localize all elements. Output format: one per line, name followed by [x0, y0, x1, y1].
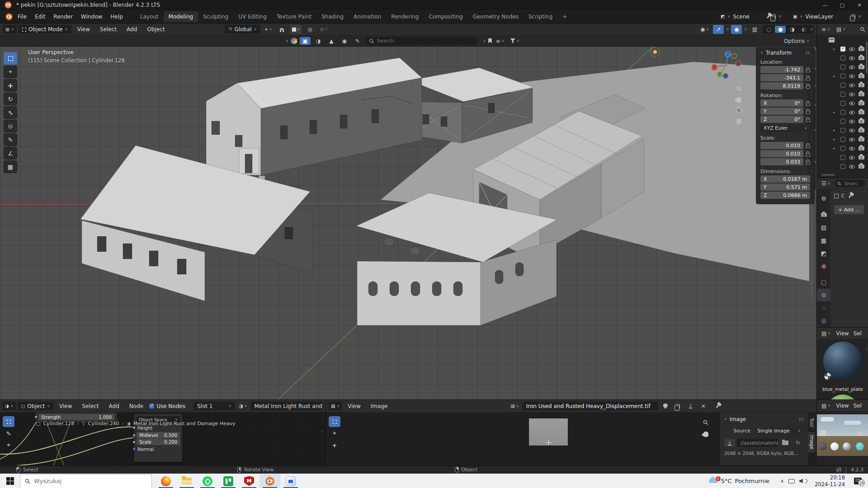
tab-rendering[interactable]: Rendering — [386, 11, 424, 22]
tab-scene[interactable]: ◩ — [817, 247, 830, 259]
menu-select[interactable]: Sel — [853, 330, 863, 337]
transform-panel-header[interactable]: ∨Transform — [760, 50, 810, 56]
scene-selector[interactable]: ◩ ∨ Scene ✕ — [717, 12, 786, 21]
reload-icon[interactable]: ↻ — [793, 439, 803, 447]
eye-icon[interactable] — [849, 46, 855, 52]
collapse-chevron-icon[interactable]: ‹ — [865, 426, 867, 431]
checkbox-icon[interactable] — [840, 155, 845, 160]
scale-z-field[interactable]: 0.033 — [760, 158, 803, 165]
outliner-row[interactable]: ▸ — [817, 71, 868, 80]
close-button[interactable]: ✕ — [851, 2, 868, 8]
kit-tree-filter-dropdown[interactable]: ≡∨ — [494, 37, 506, 46]
outliner-row[interactable] — [817, 162, 868, 171]
tab-world[interactable]: ◉ — [817, 260, 830, 272]
menu-render[interactable]: Render — [49, 14, 77, 20]
outliner-row[interactable] — [817, 53, 868, 62]
camera-icon[interactable] — [859, 47, 864, 51]
tab-texture-paint[interactable]: Texture Paint — [272, 11, 316, 22]
tab-shading[interactable]: Shading — [316, 11, 349, 22]
tab-output[interactable]: ▤ — [817, 221, 830, 234]
mode-dropdown[interactable]: Object Mode∨ — [19, 25, 71, 34]
properties-search-input[interactable] — [844, 181, 862, 187]
taskbar-green-app[interactable] — [218, 474, 239, 488]
camera-icon[interactable] — [859, 155, 864, 160]
gizmos-dropdown[interactable]: ∨ — [726, 28, 729, 31]
outliner-row[interactable]: ▸ — [817, 144, 868, 153]
tab-animation[interactable]: Animation — [349, 11, 386, 22]
location-y-field[interactable]: -343.1 — [760, 74, 803, 81]
image-tab-tool[interactable]: Tool — [808, 414, 816, 430]
image-menu-image[interactable]: Image — [367, 403, 392, 409]
tool-select-box[interactable] — [4, 52, 17, 65]
checkbox-icon[interactable] — [840, 110, 845, 115]
image-tab-image[interactable]: Image — [808, 432, 816, 453]
properties-search-box[interactable] — [835, 180, 865, 187]
image-panel-header[interactable]: ∨Image — [724, 416, 803, 422]
pack-image-icon[interactable]: ↓ — [685, 402, 696, 411]
shading-material-button[interactable]: ◑ — [787, 26, 797, 33]
tool-links-cut[interactable]: ⌖ — [3, 440, 14, 450]
dimension-x-field[interactable]: X0.0167 m — [760, 175, 810, 183]
viewlayer-name[interactable]: ViewLayer — [805, 14, 848, 20]
shader-menu-view[interactable]: View — [55, 403, 76, 409]
options-button[interactable]: Options∨ — [784, 38, 809, 44]
overlays-dropdown[interactable]: ∨ — [744, 28, 747, 31]
outliner-row[interactable] — [817, 153, 868, 162]
tray-expand-chevron[interactable]: ∧ — [780, 478, 784, 484]
kit-scenes-button[interactable]: ▲ — [326, 37, 337, 45]
kit-materials-button[interactable]: ◑ — [313, 37, 324, 45]
tab-compositing[interactable]: Compositing — [424, 11, 467, 22]
kit-hdr-button[interactable]: ◉ — [339, 37, 350, 45]
node-socket[interactable] — [132, 447, 136, 450]
checkbox-icon[interactable] — [840, 137, 845, 142]
menu-select[interactable]: Sel — [853, 403, 863, 409]
start-button[interactable] — [0, 474, 20, 488]
blender-logo-icon[interactable] — [6, 13, 13, 20]
tool-transform[interactable]: ⊙ — [4, 120, 17, 132]
tab-uv-editing[interactable]: UV Editing — [233, 11, 272, 22]
pin-icon[interactable] — [849, 194, 852, 197]
kit-filter-dropdown[interactable]: ∨ — [509, 37, 521, 46]
snap-element-dropdown[interactable]: ∨ — [290, 25, 302, 34]
eye-icon[interactable] — [849, 164, 855, 169]
tab-geometry-nodes[interactable]: Geometry Nodes — [468, 11, 524, 22]
menu-file[interactable]: File — [14, 14, 31, 20]
tool-measure[interactable]: ∠ — [4, 147, 17, 160]
notification-center-icon[interactable]: 16 — [854, 478, 862, 484]
checkbox-icon[interactable] — [840, 164, 845, 169]
lock-icon[interactable] — [806, 103, 810, 106]
editor-type-button[interactable]: ▤∨ — [820, 329, 832, 338]
snap-target-dropdown[interactable]: ⌖∨ — [263, 25, 274, 34]
volume-tray-icon[interactable] — [799, 479, 807, 484]
tool-rotate[interactable]: ↻ — [4, 93, 17, 105]
outliner-row[interactable]: ▸ — [817, 126, 868, 135]
taskbar-mcafee[interactable] — [239, 474, 259, 488]
tab-object[interactable]: ▢ — [817, 276, 830, 289]
taskbar-blender[interactable] — [259, 474, 280, 488]
drag-handle-icon[interactable] — [806, 51, 810, 55]
lock-icon[interactable] — [806, 119, 810, 122]
checkbox-icon[interactable] — [840, 74, 845, 79]
editor-type-button[interactable]: ▨∨ — [329, 402, 342, 410]
image-name-field[interactable]: Iron Used and Rusted Heavy_Displacement.… — [523, 402, 658, 410]
node-socket[interactable] — [132, 441, 136, 444]
tab-render[interactable] — [817, 208, 830, 221]
camera-icon[interactable] — [859, 101, 864, 105]
shader-node-canvas[interactable]: ✎ ⌖ Strength1.000 □ Cylinder.128 › ▽ Cyl… — [0, 413, 326, 466]
shader-menu-select[interactable]: Select — [78, 403, 103, 409]
clock-widget[interactable]: 20:18 2024-11-24 — [815, 474, 845, 488]
lock-icon[interactable] — [806, 111, 810, 114]
tool-move[interactable]: + — [329, 440, 340, 450]
maximize-button[interactable]: □ — [834, 2, 851, 8]
menu-view[interactable]: View — [835, 330, 849, 337]
eye-icon[interactable] — [849, 109, 855, 115]
bookmark-icon[interactable] — [488, 38, 492, 43]
location-z-field[interactable]: 8.0119 — [760, 82, 803, 89]
kit-models-button[interactable]: ▣ — [300, 37, 311, 45]
outliner-row[interactable] — [817, 89, 868, 99]
camera-icon[interactable] — [859, 164, 864, 169]
tab-scripting[interactable]: Scripting — [524, 11, 557, 22]
unlink-scene-icon[interactable]: ✕ — [778, 14, 782, 19]
viewport-menu-view[interactable]: View — [73, 26, 94, 33]
image-canvas[interactable]: ⌖ + ∨Image Source Single Image∨ — [326, 413, 817, 466]
